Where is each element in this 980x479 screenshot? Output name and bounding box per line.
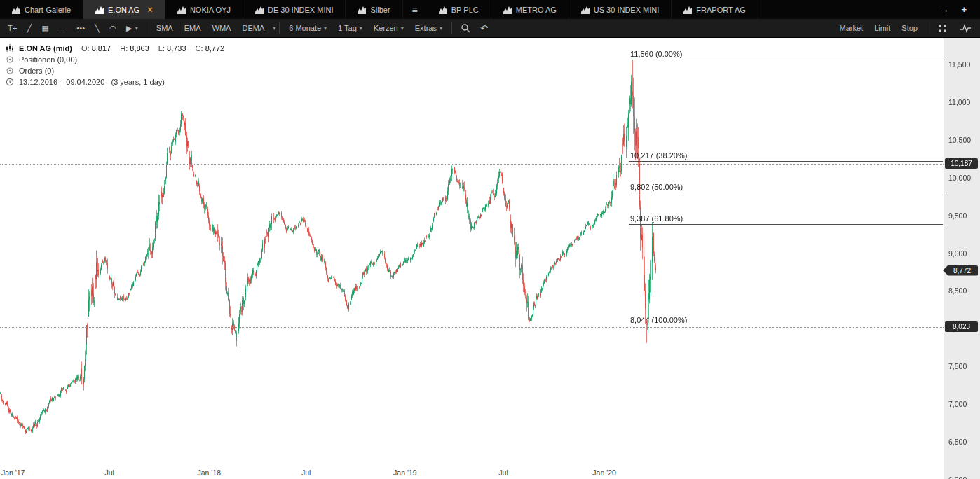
- indicator-dropdown-caret[interactable]: ▾: [273, 25, 275, 32]
- ohlc-close: C: 8,772: [196, 44, 225, 53]
- shapes-tool[interactable]: ▶▾: [121, 19, 143, 37]
- tab-label: US 30 INDEX MINI: [594, 6, 660, 14]
- tab-nokia-oyj[interactable]: NOKIA OYJ: [165, 0, 243, 19]
- y-axis-label: 11,500: [948, 60, 970, 69]
- x-axis-label: Jan '17: [1, 468, 25, 477]
- price-level-badge: 8,023: [945, 321, 978, 332]
- undo-icon[interactable]: ↶: [475, 19, 493, 37]
- ohlc-high: H: 8,863: [120, 44, 149, 53]
- y-axis-label: 7,000: [948, 400, 967, 408]
- clock-icon: [6, 78, 14, 86]
- dropdown-label: Kerzen: [374, 24, 398, 32]
- text-tool[interactable]: T+: [3, 19, 22, 37]
- positions-label: Positionen (0,00): [19, 55, 77, 64]
- area-chart-icon: [95, 6, 104, 14]
- current-price-badge: 8,772: [943, 265, 978, 276]
- indicator-buttons: SMAEMAWMADEMA▾: [151, 19, 275, 37]
- chevron-down-icon: ▾: [135, 25, 138, 32]
- indicator-dema-button[interactable]: DEMA: [236, 19, 270, 37]
- tab-fraport-ag[interactable]: FRAPORT AG: [672, 0, 758, 19]
- dropdown-kerzen[interactable]: Kerzen▾: [368, 19, 409, 37]
- toolbar-separator: [927, 22, 927, 34]
- toolbar-separator: [279, 22, 280, 34]
- tab-label: E.ON AG: [108, 6, 139, 14]
- chevron-down-icon: ▾: [360, 25, 362, 32]
- order-limit-button[interactable]: Limit: [869, 19, 896, 37]
- date-range-row: 13.12.2016 – 09.04.2020 (3 years, 1 day): [6, 76, 224, 88]
- instrument-name: E.ON AG (mid): [19, 44, 72, 53]
- order-stop-button[interactable]: Stop: [896, 19, 923, 37]
- tab-controls: → +: [926, 0, 980, 19]
- y-axis-label: 11,000: [948, 98, 970, 106]
- x-axis-label: Jan '20: [592, 468, 616, 477]
- orders-row[interactable]: Orders (0): [6, 65, 224, 76]
- area-chart-icon: [503, 6, 512, 14]
- add-tab-button[interactable]: +: [955, 4, 973, 15]
- area-chart-icon: [358, 6, 366, 14]
- time-axis[interactable]: Jan '17JulJan '18JulJan '19JulJan '20: [0, 466, 944, 479]
- order-market-button[interactable]: Market: [834, 19, 869, 37]
- order-buttons: MarketLimitStop: [834, 19, 924, 37]
- y-axis-label: 9,500: [948, 211, 967, 220]
- price-axis[interactable]: 11,50011,00010,50010,0009,5009,0008,5008…: [944, 38, 980, 479]
- tab-chart-galerie[interactable]: Chart-Galerie: [0, 0, 83, 19]
- more-drawings-tool[interactable]: •••: [72, 19, 90, 37]
- arc-tool[interactable]: ◠: [104, 19, 121, 37]
- tab-overflow-menu-icon[interactable]: ≡: [403, 0, 427, 19]
- y-axis-label: 6,500: [948, 438, 967, 446]
- horizontal-line-tool[interactable]: ―: [54, 19, 72, 37]
- tab-silber[interactable]: Silber: [346, 0, 402, 19]
- tab-bp-plc[interactable]: BP PLC: [427, 0, 491, 19]
- chart-toolbar: T+╱▦―•••╲◠▶▾ SMAEMAWMADEMA▾ 6 Monate▾1 T…: [0, 19, 980, 38]
- zoom-tools: ↶: [456, 19, 493, 37]
- positions-row[interactable]: Positionen (0,00): [6, 54, 224, 65]
- pattern-tool[interactable]: ▦: [36, 19, 54, 37]
- chart-dropdowns: 6 Monate▾1 Tag▾Kerzen▾Extras▾: [283, 19, 448, 37]
- area-chart-icon: [177, 6, 186, 14]
- x-axis-label: Jan '19: [393, 468, 417, 477]
- indicator-sma-button[interactable]: SMA: [151, 19, 179, 37]
- pencil-tool[interactable]: ╱: [22, 19, 37, 37]
- dropdown-6-monate[interactable]: 6 Monate▾: [283, 19, 332, 37]
- candlestick-chart[interactable]: [0, 38, 944, 466]
- scroll-tabs-right-icon[interactable]: →: [933, 4, 955, 15]
- y-axis-label: 7,500: [948, 362, 967, 370]
- area-chart-icon: [12, 6, 20, 14]
- widget-grid-icon[interactable]: [931, 19, 954, 37]
- chevron-down-icon: ▾: [440, 25, 442, 32]
- date-range-label: 13.12.2016 – 09.04.2020 (3 years, 1 day): [19, 78, 165, 86]
- chevron-down-icon: ▾: [401, 25, 404, 32]
- drawing-tools: T+╱▦―•••╲◠▶▾: [3, 19, 143, 37]
- chevron-down-icon: ▾: [324, 25, 327, 32]
- dropdown-extras[interactable]: Extras▾: [409, 19, 448, 37]
- tab-label: Chart-Galerie: [25, 6, 71, 14]
- x-axis-label: Jul: [498, 468, 508, 477]
- zoom-icon[interactable]: [456, 19, 475, 37]
- toolbar-separator: [147, 22, 147, 34]
- area-chart-icon: [683, 6, 692, 14]
- tab-e-on-ag[interactable]: E.ON AG×: [83, 0, 165, 19]
- toolbar-right: MarketLimitStop: [834, 19, 978, 37]
- trendline-tool[interactable]: ╲: [90, 19, 104, 37]
- tab-us-30-index-mini[interactable]: US 30 INDEX MINI: [569, 0, 672, 19]
- dropdown-label: 1 Tag: [338, 24, 357, 32]
- y-axis-label: 8,500: [948, 286, 967, 295]
- tab-bar: Chart-GalerieE.ON AG×NOKIA OYJDE 30 INDE…: [0, 0, 980, 19]
- orders-label: Orders (0): [19, 67, 54, 75]
- tab-metro-ag[interactable]: METRO AG: [491, 0, 569, 19]
- tab-label: DE 30 INDEX MINI: [268, 6, 334, 14]
- area-chart-icon: [439, 6, 447, 14]
- close-icon[interactable]: ×: [147, 5, 153, 14]
- tab-label: NOKIA OYJ: [190, 6, 231, 14]
- target-circle-icon: [6, 67, 14, 75]
- indicator-ema-button[interactable]: EMA: [179, 19, 207, 37]
- x-axis-label: Jul: [104, 468, 114, 477]
- dropdown-1-tag[interactable]: 1 Tag▾: [332, 19, 368, 37]
- tab-label: METRO AG: [516, 6, 557, 14]
- tab-de-30-index-mini[interactable]: DE 30 INDEX MINI: [243, 0, 346, 19]
- y-axis-label: 10,500: [948, 136, 971, 144]
- indicator-pulse-icon[interactable]: [954, 19, 977, 37]
- ohlc-low: L: 8,733: [158, 44, 186, 53]
- trading-app: Chart-GalerieE.ON AG×NOKIA OYJDE 30 INDE…: [0, 0, 980, 479]
- indicator-wma-button[interactable]: WMA: [207, 19, 237, 37]
